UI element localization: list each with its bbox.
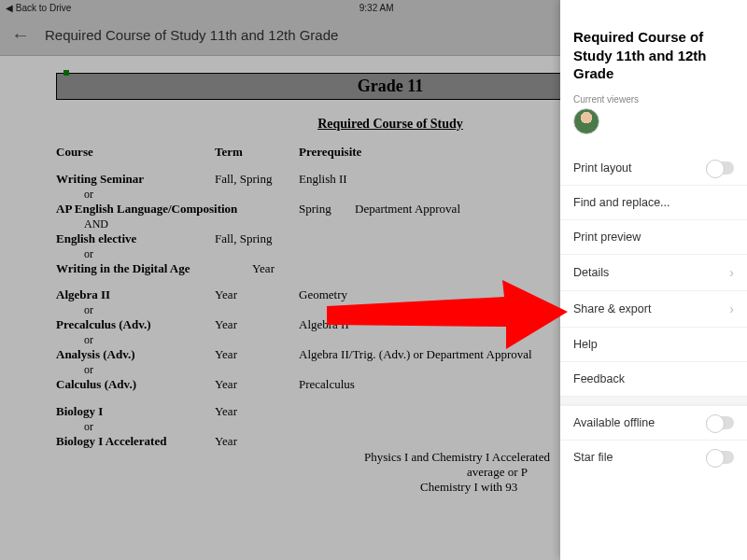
side-panel: Required Course of Study 11th and 12th G… (560, 0, 747, 560)
viewer-avatar[interactable] (573, 108, 599, 134)
back-to-drive[interactable]: ◀ Back to Drive (6, 3, 71, 13)
menu-available-offline[interactable]: Available offline (560, 405, 747, 440)
panel-title: Required Course of Study 11th and 12th G… (560, 0, 747, 94)
menu-help[interactable]: Help (560, 327, 747, 361)
menu-find-replace[interactable]: Find and replace... (560, 185, 747, 219)
menu-star-file[interactable]: Star file (560, 440, 747, 474)
toggle-offline[interactable] (706, 416, 734, 429)
document-title: Required Course of Study 11th and 12th G… (45, 27, 338, 43)
menu-feedback[interactable]: Feedback (560, 361, 747, 396)
menu-details[interactable]: Details› (560, 254, 747, 290)
chevron-right-icon: › (729, 265, 734, 280)
chevron-right-icon: › (729, 301, 734, 316)
viewers-label: Current viewers (560, 94, 747, 108)
back-arrow-icon[interactable]: ← (11, 24, 30, 46)
toggle-print-layout[interactable] (706, 161, 734, 175)
menu-share-export[interactable]: Share & export› (560, 290, 747, 327)
menu-print-preview[interactable]: Print preview (560, 219, 747, 254)
menu-print-layout[interactable]: Print layout (560, 151, 747, 185)
cursor-marker (63, 70, 69, 76)
toggle-star[interactable] (706, 451, 734, 464)
